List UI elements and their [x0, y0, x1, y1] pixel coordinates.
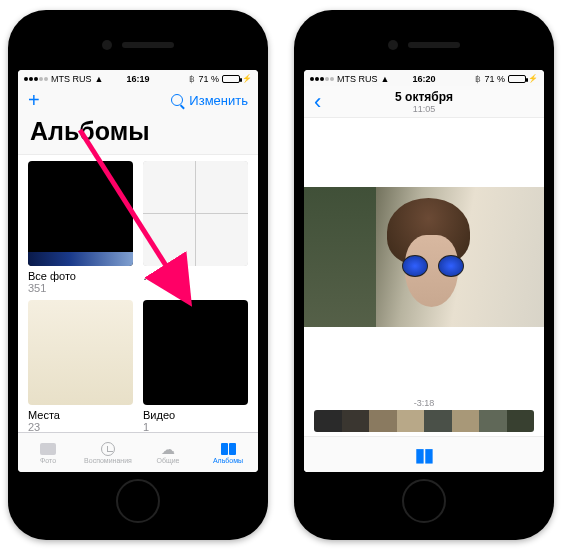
status-bar: MTS RUS ▲ 16:19 ฿ 71 % ⚡	[18, 70, 258, 86]
albums-icon	[219, 442, 237, 456]
video-scrubber[interactable]: -3:18	[304, 396, 544, 436]
carrier-label: MTS RUS	[51, 74, 92, 84]
add-album-button[interactable]: +	[28, 90, 40, 110]
tab-label: Воспоминания	[84, 457, 132, 464]
battery-icon	[508, 75, 526, 83]
album-count: 23	[28, 421, 133, 432]
album-thumb	[28, 161, 133, 266]
album-thumb	[28, 300, 133, 405]
cloud-icon: ☁	[159, 442, 177, 456]
battery-pct: 71 %	[198, 74, 219, 84]
album-all-photos[interactable]: Все фото 351	[28, 161, 133, 294]
album-name: Видео	[143, 409, 248, 421]
battery-pct: 71 %	[484, 74, 505, 84]
cell-signal-icon	[310, 77, 334, 81]
screen-albums: MTS RUS ▲ 16:19 ฿ 71 % ⚡ + Изменить Альб…	[18, 70, 258, 472]
video-viewport[interactable]	[304, 118, 544, 396]
nav-bar: + Изменить	[18, 86, 258, 114]
time-remaining: -3:18	[314, 398, 534, 408]
bluetooth-icon: ฿	[189, 74, 195, 84]
album-name: Все фото	[28, 270, 133, 282]
album-thumb	[143, 300, 248, 405]
back-button[interactable]: ‹	[314, 91, 321, 113]
player-toolbar: ▮▮	[304, 436, 544, 472]
charging-icon: ⚡	[242, 74, 252, 83]
album-name: …ди	[143, 270, 248, 282]
phone-bezel-bottom	[116, 472, 160, 530]
tab-albums[interactable]: Альбомы	[198, 433, 258, 472]
album-videos[interactable]: Видео 1	[143, 300, 248, 432]
phone-bezel-bottom	[402, 472, 446, 530]
tab-memories[interactable]: Воспоминания	[78, 433, 138, 472]
home-button[interactable]	[402, 479, 446, 523]
phone-bezel-top	[102, 20, 174, 70]
video-frame	[304, 187, 544, 327]
album-count: 1	[143, 421, 248, 432]
phone-bezel-top	[388, 20, 460, 70]
tab-label: Альбомы	[213, 457, 243, 464]
nav-bar: ‹ 5 октября 11:05	[304, 86, 544, 118]
video-content: -3:18 ▮▮	[304, 118, 544, 472]
album-places[interactable]: Места 23	[28, 300, 133, 432]
album-thumb	[143, 161, 248, 266]
tab-shared[interactable]: ☁ Общие	[138, 433, 198, 472]
charging-icon: ⚡	[528, 74, 538, 83]
screen-video-player: MTS RUS ▲ 16:20 ฿ 71 % ⚡ ‹ 5 октября 11:…	[304, 70, 544, 472]
battery-icon	[222, 75, 240, 83]
album-name: Места	[28, 409, 133, 421]
tab-label: Фото	[40, 457, 56, 464]
edit-button[interactable]: Изменить	[189, 93, 248, 108]
pause-button[interactable]: ▮▮	[415, 444, 433, 466]
tab-label: Общие	[156, 457, 179, 464]
page-title: Альбомы	[18, 114, 258, 155]
video-time: 11:05	[395, 104, 453, 114]
status-bar: MTS RUS ▲ 16:20 ฿ 71 % ⚡	[304, 70, 544, 86]
phone-left: MTS RUS ▲ 16:19 ฿ 71 % ⚡ + Изменить Альб…	[8, 10, 268, 540]
status-time: 16:19	[126, 74, 149, 84]
home-button[interactable]	[116, 479, 160, 523]
album-people[interactable]: …ди	[143, 161, 248, 294]
scrubber-thumbnails[interactable]	[314, 410, 534, 432]
album-count: 351	[28, 282, 133, 294]
status-time: 16:20	[412, 74, 435, 84]
photos-icon	[39, 442, 57, 456]
carrier-label: MTS RUS	[337, 74, 378, 84]
albums-grid[interactable]: Все фото 351 …ди Места 23	[18, 155, 258, 432]
video-date: 5 октября	[395, 90, 453, 104]
search-icon[interactable]	[171, 94, 183, 106]
tab-photos[interactable]: Фото	[18, 433, 78, 472]
cell-signal-icon	[24, 77, 48, 81]
bluetooth-icon: ฿	[475, 74, 481, 84]
wifi-icon: ▲	[95, 74, 104, 84]
tab-bar: Фото Воспоминания ☁ Общие Альбомы	[18, 432, 258, 472]
memories-icon	[99, 442, 117, 456]
wifi-icon: ▲	[381, 74, 390, 84]
phone-right: MTS RUS ▲ 16:20 ฿ 71 % ⚡ ‹ 5 октября 11:…	[294, 10, 554, 540]
